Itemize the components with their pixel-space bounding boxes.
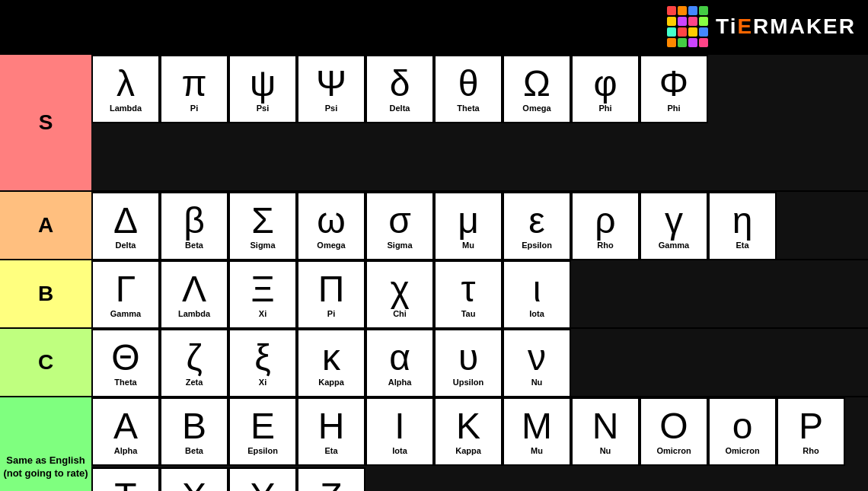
item-symbol: τ xyxy=(461,271,476,308)
tier-item-tau-d[interactable]: ΤTau xyxy=(91,467,160,492)
tier-item-nu-d[interactable]: ΝNu xyxy=(571,397,640,466)
item-symbol: γ xyxy=(665,202,683,239)
item-name: Epsilon xyxy=(247,446,278,455)
tier-item-omega-a[interactable]: ωOmega xyxy=(297,192,365,260)
tier-row-b: BΓGammaΛLambdaΞXiΠPiχChiτTauιIota xyxy=(0,259,868,327)
tier-item-mu-d[interactable]: ΜMu xyxy=(503,397,571,466)
item-symbol: θ xyxy=(458,65,479,102)
item-symbol: Α xyxy=(113,408,138,445)
item-name: Lambda xyxy=(178,309,210,318)
tier-row-a: AΔDeltaβBetaΣSigmaωOmegaσSigmaμMuεEpsilo… xyxy=(0,190,868,259)
tier-item-alpha-c[interactable]: αAlpha xyxy=(365,329,434,397)
tier-item-delta-a[interactable]: ΔDelta xyxy=(91,192,160,260)
tier-item-chi-d[interactable]: ΧChi xyxy=(160,467,228,492)
logo-cell xyxy=(667,38,676,47)
item-symbol: α xyxy=(389,340,410,376)
tier-item-kappa-c[interactable]: κKappa xyxy=(297,329,365,397)
logo-cell xyxy=(678,6,687,15)
tier-label-d: Same as English (not going to rate) xyxy=(0,397,91,491)
logo-cell xyxy=(667,27,676,37)
item-name: Iota xyxy=(392,446,407,455)
item-symbol: Η xyxy=(318,408,345,445)
tier-item-epsilon-a[interactable]: εEpsilon xyxy=(503,192,571,260)
tier-item-zeta-c[interactable]: ζZeta xyxy=(160,329,228,397)
tier-item-chi-b[interactable]: χChi xyxy=(365,260,434,329)
tier-item-epsilon-d[interactable]: ΕEpsilon xyxy=(228,397,297,466)
item-symbol: ξ xyxy=(254,340,271,376)
logo-cell xyxy=(688,38,697,47)
tier-item-xi-b[interactable]: ΞXi xyxy=(228,260,297,329)
tier-item-gamma-b[interactable]: ΓGamma xyxy=(91,260,160,329)
tier-item-eta-a[interactable]: ηEta xyxy=(708,192,777,260)
tier-item-upsilon-c[interactable]: υUpsilon xyxy=(434,329,503,397)
tier-item-phi-s[interactable]: ΦPhi xyxy=(640,55,708,123)
tier-item-tau-b[interactable]: τTau xyxy=(434,260,503,329)
item-name: Psi xyxy=(325,104,338,113)
item-symbol: Ι xyxy=(394,408,404,445)
tier-item-gamma-a[interactable]: γGamma xyxy=(640,192,708,260)
tier-item-delta-s[interactable]: δDelta xyxy=(365,55,434,123)
tier-item-rho-d[interactable]: ΡRho xyxy=(777,397,845,466)
item-symbol: ο xyxy=(732,408,753,445)
tier-item-beta-d[interactable]: ΒBeta xyxy=(160,397,228,466)
logo-text: TiERMAKER xyxy=(716,14,856,39)
logo-cell xyxy=(699,27,708,37)
tier-item-theta-s[interactable]: θTheta xyxy=(434,55,503,123)
item-name: Xi xyxy=(259,309,266,318)
item-name: Eta xyxy=(324,446,337,455)
item-name: Xi xyxy=(259,378,266,387)
item-name: Gamma xyxy=(110,309,141,318)
tier-item-iota-b[interactable]: ιIota xyxy=(503,260,571,329)
tier-item-mu-a[interactable]: μMu xyxy=(434,192,503,260)
item-name: Lambda xyxy=(110,104,142,113)
tier-item-rho-a[interactable]: ρRho xyxy=(571,192,640,260)
tier-item-kappa-d[interactable]: ΚKappa xyxy=(434,397,503,466)
item-symbol: Σ xyxy=(251,202,274,239)
tier-item-eta-d[interactable]: ΗEta xyxy=(297,397,365,466)
item-name: Beta xyxy=(185,446,203,455)
item-symbol: ω xyxy=(317,202,345,239)
item-name: Mu xyxy=(462,241,474,250)
tier-row-c: CΘThetaζZetaξXiκKappaαAlphaυUpsilonνNu xyxy=(0,327,868,396)
tier-item-zeta-d[interactable]: ΖZeta xyxy=(297,467,365,492)
tier-item-psi-s[interactable]: ΨPsi xyxy=(297,55,365,123)
tier-item-beta-a[interactable]: βBeta xyxy=(160,192,228,260)
item-symbol: Κ xyxy=(456,408,480,445)
tier-item-xi-c[interactable]: ξXi xyxy=(228,329,297,397)
item-symbol: μ xyxy=(458,202,479,239)
tier-item-nu-c[interactable]: νNu xyxy=(503,329,571,397)
item-name: Delta xyxy=(390,104,410,113)
tier-items-a: ΔDeltaβBetaΣSigmaωOmegaσSigmaμMuεEpsilon… xyxy=(91,192,868,259)
tier-item-omega-s[interactable]: ΩOmega xyxy=(503,55,571,123)
tier-item-lambda-b[interactable]: ΛLambda xyxy=(160,260,228,329)
item-symbol: φ xyxy=(593,65,617,102)
item-symbol: Β xyxy=(182,408,206,445)
item-name: Epsilon xyxy=(522,241,552,250)
logo-cell xyxy=(699,38,708,47)
tier-item-iota-d[interactable]: ΙIota xyxy=(365,397,434,466)
item-name: Omicron xyxy=(725,446,759,455)
tier-item-alpha-d[interactable]: ΑAlpha xyxy=(91,397,160,466)
tier-item-pi-b[interactable]: ΠPi xyxy=(297,260,365,329)
tier-item-omicron-d[interactable]: ΟOmicron xyxy=(640,397,708,466)
tier-item-lambda-s[interactable]: λLambda xyxy=(91,55,160,123)
logo-cell xyxy=(667,6,676,15)
tiers-container: SλLambdaπPiψPsiΨPsiδDeltaθThetaΩOmegaφPh… xyxy=(0,53,868,491)
tier-item-omicron-d[interactable]: οOmicron xyxy=(708,397,777,466)
tier-item-psi-s[interactable]: ψPsi xyxy=(228,55,297,123)
item-symbol: Ν xyxy=(592,408,619,445)
item-symbol: Λ xyxy=(182,271,206,308)
logo-cell xyxy=(688,6,697,15)
item-symbol: λ xyxy=(116,65,135,102)
tier-item-pi-s[interactable]: πPi xyxy=(160,55,228,123)
tier-item-sigma-a[interactable]: ΣSigma xyxy=(228,192,297,260)
item-name: Phi xyxy=(667,104,680,113)
tier-item-phi-s[interactable]: φPhi xyxy=(571,55,640,123)
app-container: TiERMAKER SλLambdaπPiψPsiΨPsiδDeltaθThet… xyxy=(0,0,868,491)
tier-item-theta-c[interactable]: ΘTheta xyxy=(91,329,160,397)
item-symbol: ψ xyxy=(250,65,276,102)
tier-item-upsilon-d[interactable]: ΥUpsilon xyxy=(228,467,297,492)
tier-items-b: ΓGammaΛLambdaΞXiΠPiχChiτTauιIota xyxy=(91,260,868,327)
item-symbol: Π xyxy=(318,271,345,308)
tier-item-sigma-a[interactable]: σSigma xyxy=(365,192,434,260)
